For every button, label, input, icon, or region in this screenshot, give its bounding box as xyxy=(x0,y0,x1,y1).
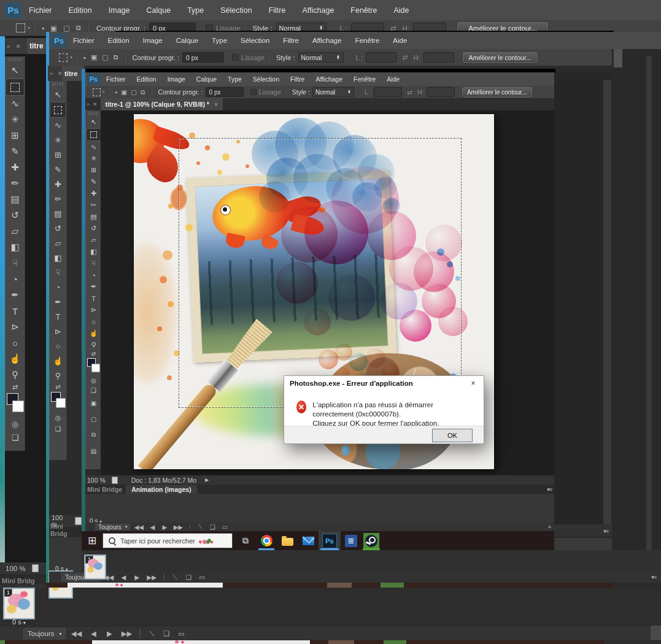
start-button[interactable]: ⊞ xyxy=(82,531,102,550)
dialog-close-icon[interactable]: × xyxy=(463,376,484,390)
first-frame-button[interactable]: ◀◀ xyxy=(67,629,85,638)
first-frame-button[interactable]: ◀◀ xyxy=(131,524,146,531)
hand-tool-icon[interactable]: ☝ xyxy=(6,351,25,367)
next-frame-button[interactable]: ▶▶ xyxy=(171,524,185,531)
panel-collapse-icon[interactable]: » xyxy=(7,43,11,50)
menu-edition[interactable]: Edition xyxy=(108,37,129,44)
task-view-icon[interactable]: ⧉ xyxy=(235,531,256,550)
play-button[interactable]: ▶ xyxy=(101,629,117,638)
menu-type[interactable]: Type xyxy=(187,6,204,15)
path-selection-tool-icon[interactable]: ⊳ xyxy=(6,319,25,335)
eyedropper-tool-icon[interactable]: ✎ xyxy=(86,176,101,188)
menu-sélection[interactable]: Sélection xyxy=(241,37,269,44)
photoshop-taskbar-icon[interactable]: Ps xyxy=(319,531,341,550)
quick-selection-tool-icon[interactable]: ✳ xyxy=(86,153,101,164)
next-frame-button[interactable]: ▶▶ xyxy=(117,629,136,638)
type-tool-icon[interactable]: T xyxy=(6,303,25,319)
gradient-tool-icon[interactable]: ◧ xyxy=(50,250,66,265)
menu-aide[interactable]: Aide xyxy=(393,6,409,15)
panel-button-1[interactable]: ▣ xyxy=(86,395,101,411)
frame-delay[interactable]: 0 s ▾ xyxy=(12,618,26,626)
tool-preset-dropdown-icon[interactable]: ▾ xyxy=(28,25,30,31)
type-tool-icon[interactable]: T xyxy=(86,293,101,304)
new-selection-icon[interactable]: ▪ xyxy=(115,88,118,96)
refine-edge-button[interactable]: Améliorer le contour... xyxy=(463,52,538,63)
dodge-tool-icon[interactable]: ◔ xyxy=(86,269,101,281)
antialias-checkbox[interactable] xyxy=(232,54,239,61)
history-brush-tool-icon[interactable]: ↺ xyxy=(50,221,66,236)
ellipse-tool-icon[interactable]: ○ xyxy=(50,339,66,353)
panel-button-3[interactable]: ⧉ xyxy=(86,427,101,443)
new-frame-button[interactable]: ❏ xyxy=(206,524,218,531)
menu-fichier[interactable]: Fichier xyxy=(73,37,95,44)
pen-tool-icon[interactable]: ✒ xyxy=(50,294,66,309)
tool-preset-icon[interactable] xyxy=(59,53,68,62)
clone-stamp-tool-icon[interactable]: ▤ xyxy=(6,191,25,207)
animation-frame[interactable]: 1 xyxy=(3,588,35,619)
selection-marquee[interactable] xyxy=(179,138,462,408)
document-tab[interactable]: titre-1 @ 100% (Calque 9, RVB/8) * × xyxy=(101,98,223,110)
menu-fenêtre[interactable]: Fenêtre xyxy=(354,75,376,83)
taskbar-search[interactable]: Taper ici pour rechercher ♥♥ xyxy=(102,533,233,548)
lasso-tool-icon[interactable]: ∿ xyxy=(86,141,101,153)
panel-button-4[interactable]: ▤ xyxy=(86,443,101,459)
menu-type[interactable]: Type xyxy=(228,75,242,83)
delete-frame-button[interactable]: ▭ xyxy=(218,524,231,531)
menu-sélection[interactable]: Sélection xyxy=(253,75,279,83)
smudge-tool-icon[interactable]: ☟ xyxy=(50,265,66,280)
add-selection-icon[interactable]: ▣ xyxy=(91,53,97,61)
swap-colors-icon[interactable]: ⇄ xyxy=(50,383,66,390)
dialog-title-bar[interactable]: Photoshop.exe - Erreur d'application × xyxy=(284,376,484,390)
zoom-level[interactable]: 100 % xyxy=(87,477,106,484)
menu-aide[interactable]: Aide xyxy=(393,37,407,44)
swap-dimensions-icon[interactable]: ⇄ xyxy=(407,88,412,96)
quick-selection-tool-icon[interactable]: ✳ xyxy=(50,132,66,147)
crop-tool-icon[interactable]: ⊞ xyxy=(6,128,25,144)
intersect-selection-icon[interactable]: ⧉ xyxy=(141,88,145,96)
style-select[interactable]: Normal⬍ xyxy=(312,87,354,97)
width-input[interactable] xyxy=(366,52,396,63)
refine-edge-button[interactable]: Améliorer le contour... xyxy=(462,87,532,98)
dodge-tool-icon[interactable]: ◔ xyxy=(6,271,25,287)
menu-affichage[interactable]: Affichage xyxy=(312,37,342,44)
color-swatches[interactable] xyxy=(51,392,65,410)
panel-collapse-icon[interactable]: » xyxy=(50,71,53,77)
tab-close-icon[interactable]: × xyxy=(214,101,218,108)
smudge-tool-icon[interactable]: ☟ xyxy=(6,255,25,271)
width-input[interactable] xyxy=(374,87,402,97)
eyedropper-tool-icon[interactable]: ✎ xyxy=(6,144,25,159)
add-selection-icon[interactable]: ▣ xyxy=(50,24,57,33)
status-flyout-icon[interactable]: ▶ xyxy=(205,477,209,483)
height-input[interactable] xyxy=(427,87,455,97)
new-frame-button[interactable]: ❏ xyxy=(159,629,174,638)
screen-mode-icon[interactable]: ❏ xyxy=(50,423,66,434)
hand-tool-icon[interactable]: ☝ xyxy=(50,353,66,368)
intersect-selection-icon[interactable]: ⧉ xyxy=(114,53,118,61)
tab-mini-bridge[interactable]: Mini Bridg xyxy=(50,523,82,537)
zoom-tool-icon[interactable]: ⚲ xyxy=(6,367,25,383)
screen-mode-icon[interactable]: ❏ xyxy=(6,431,25,444)
menu-image[interactable]: Image xyxy=(168,75,185,83)
clone-stamp-tool-icon[interactable]: ▤ xyxy=(50,206,66,221)
prev-frame-button[interactable]: ◀ xyxy=(146,524,158,531)
play-button[interactable]: ▶ xyxy=(158,524,171,531)
tab-animation[interactable]: Animation (images) xyxy=(126,485,196,494)
ellipse-tool-icon[interactable]: ○ xyxy=(6,335,25,351)
healing-brush-tool-icon[interactable]: ✚ xyxy=(6,159,25,175)
menu-calque[interactable]: Calque xyxy=(147,6,171,15)
lasso-tool-icon[interactable]: ∿ xyxy=(50,118,66,132)
delete-frame-button[interactable]: ▭ xyxy=(174,629,188,638)
panel-menu-icon[interactable]: ▾≡ xyxy=(651,574,656,580)
document-tab[interactable]: titre xyxy=(27,38,48,54)
menu-filtre[interactable]: Filtre xyxy=(269,6,286,15)
rectangular-marquee-tool-icon[interactable] xyxy=(86,128,101,141)
swap-colors-icon[interactable]: ⇄ xyxy=(86,351,101,357)
menu-fenêtre[interactable]: Fenêtre xyxy=(355,37,380,44)
prev-frame-button[interactable]: ◀ xyxy=(85,629,101,638)
tween-button[interactable]: ⟍ xyxy=(144,630,159,638)
tool-preset-dropdown-icon[interactable]: ▾ xyxy=(70,55,72,60)
menu-edition[interactable]: Edition xyxy=(69,6,92,15)
pen-tool-icon[interactable]: ✒ xyxy=(6,287,25,303)
menu-affichage[interactable]: Affichage xyxy=(302,6,334,15)
next-frame-button[interactable]: ▶▶ xyxy=(144,573,160,581)
